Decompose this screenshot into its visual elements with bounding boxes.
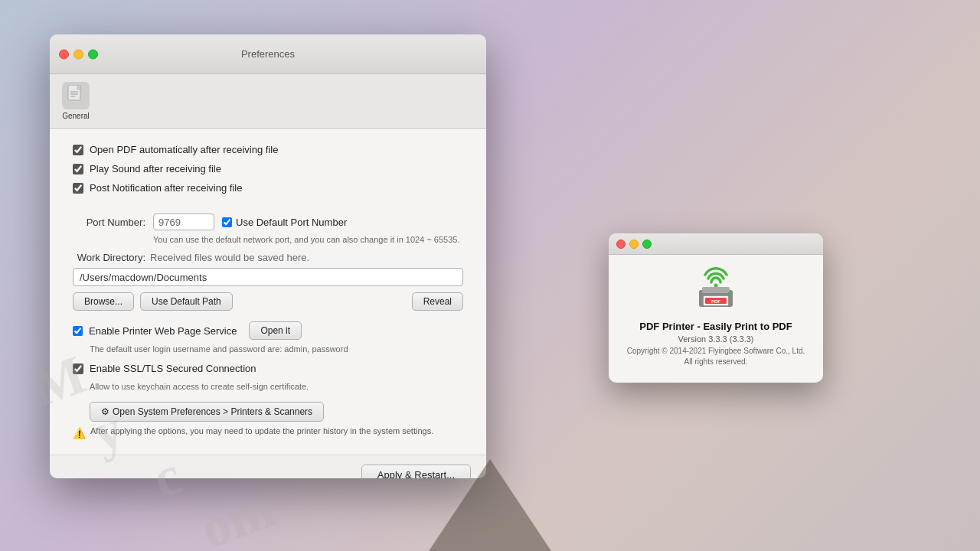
printer-web-checkbox[interactable] — [73, 326, 83, 336]
about-app-icon: PDF — [693, 267, 739, 313]
ssl-label: Enable SSL/TLS Secured Connection — [90, 363, 256, 374]
system-prefs-button[interactable]: ⚙ Open System Preferences > Printers & S… — [90, 402, 324, 422]
preferences-window: Preferences General Open PDF automatical… — [50, 34, 486, 478]
gear-icon: ⚙ — [101, 406, 109, 417]
svg-text:PDF: PDF — [711, 299, 720, 304]
mountain-decoration — [429, 459, 551, 551]
browse-button[interactable]: Browse... — [73, 292, 134, 311]
use-default-port-row: Use Default Port Number — [222, 217, 347, 228]
work-dir-hint: Received files would be saved here. — [150, 252, 309, 263]
ssl-hint: Allow to use keychain access to create s… — [90, 382, 463, 391]
post-notification-row: Post Notification after receiving file — [73, 182, 463, 194]
about-traffic-lights — [616, 240, 652, 249]
printer-web-label: Enable Printer Web Page Service — [89, 325, 237, 337]
about-titlebar — [609, 233, 823, 255]
reveal-button[interactable]: Reveal — [412, 292, 463, 311]
use-default-path-button[interactable]: Use Default Path — [140, 292, 233, 311]
work-dir-row: Work Directory: Received files would be … — [73, 252, 463, 263]
printer-web-row: Enable Printer Web Page Service Open it — [73, 321, 463, 340]
use-default-port-label: Use Default Port Number — [236, 217, 347, 228]
maximize-button[interactable] — [88, 49, 98, 59]
port-hint: You can use the default network port, an… — [153, 235, 463, 244]
about-copyright-line2: All rights reserved. — [684, 357, 748, 366]
minimize-button[interactable] — [74, 49, 83, 59]
open-pdf-label: Open PDF automatically after receiving f… — [90, 144, 278, 155]
admin-hint: The default user login username and pass… — [90, 344, 463, 354]
about-content: PDF PDF Printer - Easily Print to PDF Ve… — [609, 255, 823, 377]
close-button[interactable] — [59, 49, 69, 59]
use-default-port-checkbox[interactable] — [222, 217, 232, 227]
about-copyright: Copyright © 2014-2021 Flyingbee Software… — [627, 346, 805, 367]
traffic-lights — [59, 49, 98, 59]
warning-row: ⚠️ After applying the options, you may n… — [73, 426, 463, 439]
toolbar: General — [50, 74, 486, 129]
titlebar: Preferences — [50, 34, 486, 74]
general-icon — [62, 82, 90, 109]
window-title: Preferences — [241, 48, 295, 60]
about-copyright-line1: Copyright © 2014-2021 Flyingbee Software… — [627, 347, 805, 355]
svg-point-11 — [728, 292, 731, 295]
about-window: PDF PDF Printer - Easily Print to PDF Ve… — [609, 233, 823, 383]
play-sound-label: Play Sound after receiving file — [90, 163, 221, 174]
port-row: Port Number: Use Default Port Number — [73, 214, 463, 230]
svg-point-5 — [714, 284, 718, 288]
play-sound-row: Play Sound after receiving file — [73, 163, 463, 174]
play-sound-checkbox[interactable] — [73, 164, 83, 174]
dir-button-row: Browse... Use Default Path Reveal — [73, 292, 463, 311]
open-pdf-checkbox[interactable] — [73, 145, 83, 155]
toolbar-general[interactable]: General — [62, 82, 90, 120]
system-prefs-label: Open System Preferences > Printers & Sca… — [113, 406, 312, 417]
svg-rect-7 — [702, 287, 730, 293]
port-input[interactable] — [153, 214, 214, 230]
post-notification-label: Post Notification after receiving file — [90, 182, 242, 194]
post-notification-checkbox[interactable] — [73, 183, 83, 194]
about-app-name: PDF Printer - Easily Print to PDF — [639, 321, 792, 332]
work-dir-label: Work Directory: — [73, 252, 145, 263]
open-it-button[interactable]: Open it — [249, 321, 302, 340]
path-input[interactable] — [73, 268, 463, 286]
warning-text: After applying the options, you may need… — [90, 426, 463, 435]
about-minimize-button[interactable] — [629, 240, 639, 249]
ssl-checkbox[interactable] — [73, 364, 83, 374]
about-version: Version 3.3.3 (3.3.3) — [678, 334, 753, 344]
open-pdf-row: Open PDF automatically after receiving f… — [73, 144, 463, 155]
port-label: Port Number: — [73, 217, 145, 228]
warning-icon: ⚠️ — [73, 427, 86, 439]
apply-row: Apply & Restart... — [50, 455, 486, 478]
ssl-row: Enable SSL/TLS Secured Connection — [73, 363, 463, 374]
toolbar-general-label: General — [62, 112, 90, 120]
divider-1 — [73, 201, 463, 214]
about-maximize-button[interactable] — [642, 240, 652, 249]
about-close-button[interactable] — [616, 240, 626, 249]
window-content: Open PDF automatically after receiving f… — [50, 129, 486, 455]
